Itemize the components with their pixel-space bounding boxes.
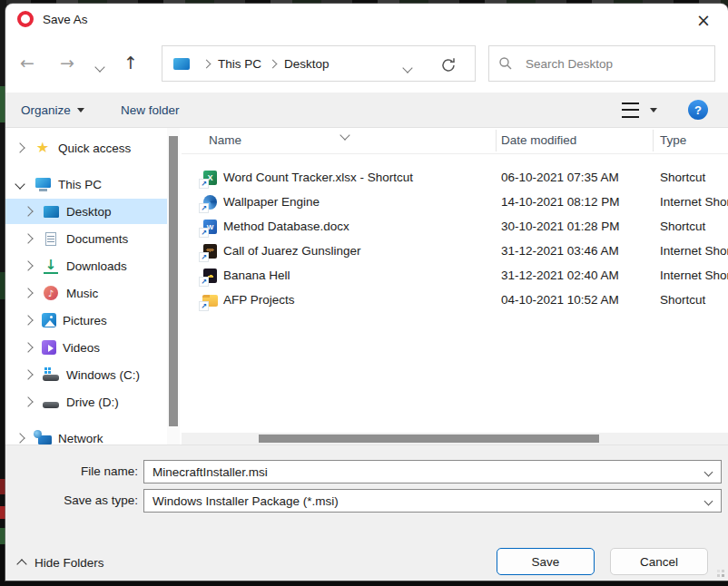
cancel-button[interactable]: Cancel: [610, 548, 708, 575]
folder-shortcut-icon: [202, 292, 219, 308]
tree-expander[interactable]: [23, 371, 34, 378]
caret-down-icon: [77, 108, 84, 112]
sidebar-item[interactable]: Drive (D:): [5, 389, 167, 415]
sidebar-item-label: Pictures: [63, 314, 107, 327]
resize-grip[interactable]: [722, 574, 724, 577]
file-row[interactable]: Wallpaper Engine 14-10-2021 08:12 PM Int…: [182, 190, 728, 215]
close-button[interactable]: ×: [692, 8, 715, 32]
sidebar-item-label: Documents: [66, 232, 128, 246]
breadcrumb-item-desktop[interactable]: Desktop: [284, 57, 330, 71]
up-button[interactable]: ↑: [123, 49, 138, 76]
game-shortcut-icon: [202, 268, 219, 284]
column-header-name[interactable]: Name: [209, 133, 241, 147]
videos-icon: [42, 340, 56, 355]
column-header-type[interactable]: Type: [660, 133, 686, 147]
file-row[interactable]: AFP Projects 04-10-2021 10:52 AM Shortcu…: [182, 288, 728, 313]
new-folder-button[interactable]: New folder: [121, 93, 180, 127]
sidebar-item[interactable]: Desktop: [5, 199, 167, 224]
search-icon: [498, 56, 513, 71]
chevron-down-icon: [94, 62, 104, 72]
wallpaper-engine-shortcut-icon: [202, 194, 219, 210]
sidebar-scrollbar-thumb[interactable]: [169, 136, 178, 426]
window-title: Save As: [43, 13, 88, 26]
file-name: Call of Juarez Gunslinger: [223, 244, 361, 258]
tree-expander[interactable]: [23, 398, 34, 405]
column-headers: Name Date modified Type: [182, 128, 728, 154]
file-row[interactable]: Banana Hell 31-12-2021 02:40 AM Internet…: [182, 264, 728, 288]
tree-expander[interactable]: [15, 181, 25, 188]
sidebar-item[interactable]: Downloads: [5, 253, 167, 278]
sidebar-item[interactable]: This PC: [5, 171, 167, 197]
file-date-modified: 04-10-2021 10:52 AM: [501, 293, 619, 307]
file-row[interactable]: Method Database.docx 30-10-2021 01:28 PM…: [182, 215, 728, 239]
horizontal-scrollbar-thumb[interactable]: [259, 435, 599, 443]
list-view-icon[interactable]: [622, 103, 639, 118]
tree-expander[interactable]: [23, 317, 34, 324]
title-bar: Save As ×: [5, 4, 728, 34]
sidebar-scrollbar[interactable]: [167, 128, 180, 444]
recent-locations-button[interactable]: [96, 60, 103, 73]
chevron-down-icon[interactable]: [704, 467, 713, 476]
column-divider[interactable]: [653, 130, 654, 151]
sidebar-item[interactable]: Windows (C:): [5, 362, 167, 387]
refresh-button[interactable]: [438, 55, 458, 75]
hide-folders-button[interactable]: Hide Folders: [15, 552, 104, 573]
address-dropdown-button[interactable]: [404, 61, 411, 74]
tree-expander[interactable]: [23, 235, 34, 242]
sidebar-item[interactable]: Documents: [5, 226, 167, 251]
organize-label: Organize: [21, 103, 71, 117]
help-button[interactable]: ?: [688, 100, 708, 120]
breadcrumb[interactable]: This PC Desktop: [162, 45, 476, 82]
file-name-combobox[interactable]: [143, 460, 722, 483]
file-row[interactable]: Call of Juarez Gunslinger 31-12-2021 03:…: [182, 239, 728, 264]
chevron-down-icon: [339, 130, 349, 140]
forward-button[interactable]: →: [60, 49, 74, 76]
chevron-icon: [23, 288, 33, 298]
horizontal-scrollbar[interactable]: [182, 433, 728, 444]
chevron-down-icon[interactable]: [704, 496, 713, 505]
breadcrumb-separator-icon: [202, 59, 212, 68]
search-box[interactable]: [488, 45, 715, 82]
bottom-panel: File name: Save as type: Windows Install…: [5, 444, 728, 581]
tree-expander[interactable]: [23, 262, 34, 269]
file-name: Banana Hell: [223, 269, 290, 282]
tree-expander[interactable]: [15, 144, 25, 151]
main-area: Quick access This PC Desktop: [5, 128, 728, 444]
sidebar-item[interactable]: Pictures: [5, 308, 167, 333]
file-name-input[interactable]: [144, 464, 705, 480]
column-divider[interactable]: [496, 130, 497, 151]
sidebar-item[interactable]: Quick access: [5, 135, 167, 161]
file-date-modified: 06-10-2021 07:35 AM: [501, 171, 619, 184]
sidebar-item[interactable]: Videos: [5, 335, 167, 360]
file-type: Internet Shortcut: [660, 195, 728, 209]
view-options-dropdown[interactable]: [650, 108, 657, 112]
tree-expander[interactable]: [23, 289, 34, 297]
save-button[interactable]: Save: [497, 548, 595, 575]
breadcrumb-item-this-pc[interactable]: This PC: [218, 57, 261, 71]
file-name: Method Database.docx: [223, 220, 349, 233]
command-toolbar: Organize New folder ?: [5, 93, 728, 128]
folder-tree-sidebar: Quick access This PC Desktop: [5, 128, 167, 444]
sidebar-item-label: This PC: [58, 178, 102, 191]
save-as-type-combobox[interactable]: Windows Installer Package (*.msi): [143, 489, 722, 513]
sidebar-item[interactable]: Music: [5, 280, 167, 306]
background-sliver-bottom: [0, 581, 728, 586]
search-input[interactable]: [524, 56, 705, 72]
tree-expander[interactable]: [23, 208, 34, 215]
file-row[interactable]: Word Count Tracker.xlsx - Shortcut 06-10…: [182, 166, 728, 190]
file-type: Shortcut: [660, 171, 705, 184]
save-as-type-value: Windows Installer Package (*.msi): [144, 494, 705, 508]
organize-button[interactable]: Organize: [21, 93, 84, 127]
star-icon: [34, 140, 52, 156]
sidebar-item[interactable]: Network: [5, 425, 167, 444]
column-header-date-modified[interactable]: Date modified: [501, 133, 576, 147]
tree-expander[interactable]: [15, 435, 25, 442]
chevron-icon: [15, 179, 25, 189]
sidebar-item-label: Network: [58, 432, 103, 445]
drive-c-icon: [42, 366, 60, 383]
chevron-icon: [23, 315, 33, 325]
back-button[interactable]: ←: [20, 49, 34, 76]
tree-expander[interactable]: [23, 344, 34, 351]
file-date-modified: 31-12-2021 02:40 AM: [501, 269, 619, 282]
music-icon: [42, 285, 60, 301]
